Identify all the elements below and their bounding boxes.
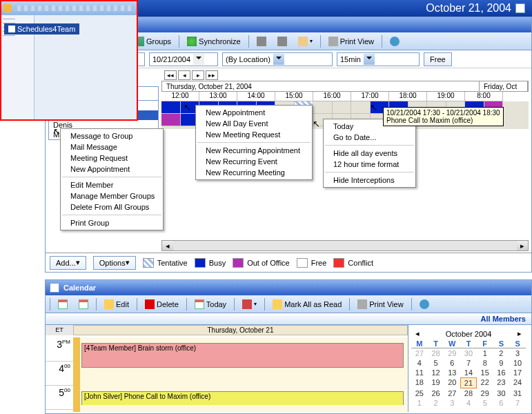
layout-dropdown[interactable]: (By Location) [222, 52, 333, 66]
mini-day[interactable]: 19 [428, 377, 444, 388]
opt3-button[interactable]: ▾ [293, 34, 317, 48]
mini-day[interactable]: 14 [460, 368, 477, 377]
member-context-menu[interactable]: Message to GroupMail MessageMeeting Requ… [60, 128, 164, 230]
mini-prev-button[interactable]: ◂ [413, 329, 422, 338]
menu-item[interactable]: New Appointment [61, 164, 163, 175]
event-phonecall[interactable]: [John Silver] Phone Call to Maxim (offic… [81, 391, 404, 405]
mini-day[interactable]: 6 [493, 398, 510, 408]
event-area[interactable]: [4Team Member] Brain storm (office) [Joh… [73, 337, 408, 412]
mini-day[interactable]: 15 [477, 368, 493, 377]
prev-page-button[interactable]: ◂◂ [164, 70, 177, 80]
cal-help-button[interactable] [415, 297, 434, 311]
add-button[interactable]: Add... ▾ [50, 256, 86, 270]
mini-day[interactable]: 5 [477, 398, 493, 408]
mini-day[interactable]: 3 [444, 398, 460, 408]
mini-day[interactable]: 13 [444, 368, 460, 377]
mini-day[interactable]: 20 [444, 377, 460, 388]
h-scrollbar[interactable]: ◂ ▸ [161, 240, 529, 251]
menu-item[interactable]: Delete From All Groups [61, 201, 163, 213]
timeline-context-menu[interactable]: New AppointmentNew All Day EventNew Meet… [195, 105, 313, 180]
cal-day-view[interactable]: ET Thursday, October 21 3PM400500 [4Team… [46, 325, 408, 412]
mini-day[interactable]: 28 [428, 348, 444, 358]
mark-read-button[interactable]: Mark All as Read [268, 297, 346, 311]
mini-next-button[interactable]: ▸ [515, 329, 524, 338]
mini-day[interactable]: 27 [444, 388, 460, 398]
interval-dropdown[interactable]: 15min [337, 52, 420, 66]
cal-print-button[interactable]: Print View [353, 297, 408, 311]
opt2-button[interactable] [273, 34, 292, 48]
next-page-button[interactable]: ▸▸ [206, 70, 218, 80]
mini-day[interactable]: 26 [428, 388, 444, 398]
help-button[interactable] [385, 34, 404, 48]
menu-item[interactable]: New All Day Event [196, 118, 312, 129]
edit-button[interactable]: Edit [99, 297, 134, 311]
mini-day[interactable]: 31 [509, 388, 526, 398]
scroll-right-button[interactable]: ▸ [517, 241, 528, 250]
mini-day[interactable]: 29 [477, 388, 493, 398]
mini-calendar[interactable]: ◂ October 2004 ▸ MTWTFSS2728293012345678… [408, 325, 529, 412]
thumb-tab-schedules4team[interactable]: Schedules4Team [4, 23, 79, 34]
delete-button[interactable]: Delete [140, 297, 184, 311]
mini-day[interactable]: 28 [460, 388, 477, 398]
mini-day[interactable]: 7 [460, 358, 477, 368]
date-context-menu[interactable]: TodayGo to Date...Hide all day events12 … [323, 119, 416, 188]
menu-item[interactable]: New Recurring Meeting [196, 167, 312, 178]
mini-day[interactable]: 1 [411, 398, 428, 408]
mini-day[interactable]: 8 [477, 358, 493, 368]
mini-day[interactable]: 23 [493, 377, 510, 388]
mini-day[interactable]: 27 [411, 348, 428, 358]
cal-view2-button[interactable] [74, 297, 93, 311]
menu-item[interactable]: Hide all day events [324, 148, 415, 159]
mini-day[interactable]: 6 [444, 358, 460, 368]
menu-item[interactable]: Meeting Request [61, 152, 163, 164]
print-button[interactable]: Print View [324, 34, 379, 48]
mini-day[interactable]: 30 [493, 388, 510, 398]
mini-day[interactable]: 21 [460, 377, 477, 388]
mini-day[interactable]: 7 [509, 398, 526, 408]
mini-day[interactable]: 12 [428, 368, 444, 377]
mini-day[interactable]: 29 [444, 348, 460, 358]
all-members-header[interactable]: All Members [46, 313, 531, 325]
prev-button[interactable]: ◂ [178, 70, 190, 80]
next-button[interactable]: ▸ [192, 70, 204, 80]
menu-item[interactable]: Print Group [61, 217, 163, 228]
opt1-button[interactable] [252, 34, 271, 48]
menu-item[interactable]: Go to Date... [324, 132, 415, 143]
mini-day[interactable]: 4 [411, 358, 428, 368]
mini-day[interactable]: 16 [493, 368, 510, 377]
mini-day[interactable]: 1 [477, 348, 493, 358]
mini-day[interactable]: 24 [509, 377, 526, 388]
menu-item[interactable]: 12 hour time format [324, 159, 415, 170]
today-button[interactable]: Today [190, 297, 231, 311]
menu-item[interactable]: New Appointment [196, 107, 312, 118]
mini-day[interactable]: 3 [509, 348, 526, 358]
mini-day[interactable]: 22 [477, 377, 493, 388]
event-brainstorm[interactable]: [4Team Member] Brain storm (office) [81, 343, 404, 368]
menu-item[interactable]: New Recurring Appointment [196, 145, 312, 156]
mini-day[interactable]: 9 [493, 358, 510, 368]
options-button[interactable]: Options ▾ [93, 256, 136, 270]
menu-item[interactable]: New Recurring Event [196, 156, 312, 167]
cal-view1-button[interactable] [53, 297, 72, 311]
mini-day[interactable]: 18 [411, 377, 428, 388]
mini-day[interactable]: 5 [428, 358, 444, 368]
mini-day[interactable]: 2 [493, 348, 510, 358]
menu-item[interactable]: Edit Member [61, 179, 163, 190]
menu-item[interactable]: Mail Message [61, 141, 163, 152]
mini-day[interactable]: 17 [509, 368, 526, 377]
menu-item[interactable]: Hide Interceptions [324, 175, 415, 186]
scroll-left-button[interactable]: ◂ [162, 241, 173, 250]
cal-flag-button[interactable]: ▾ [237, 297, 262, 311]
menu-item[interactable]: Manage Member Groups [61, 190, 163, 201]
sync-button[interactable]: Synchronize [182, 34, 246, 48]
free-button[interactable]: Free [424, 52, 452, 66]
mini-day[interactable]: 25 [411, 388, 428, 398]
mini-day[interactable]: 11 [411, 368, 428, 377]
mini-day[interactable]: 4 [460, 398, 477, 408]
menu-item[interactable]: New Meeting Request [196, 129, 312, 140]
mini-day[interactable]: 2 [428, 398, 444, 408]
date-dropdown[interactable]: 10/21/2004 [149, 52, 218, 66]
mini-day[interactable]: 10 [509, 358, 526, 368]
menu-item[interactable]: Message to Group [61, 130, 163, 141]
mini-day[interactable]: 30 [460, 348, 477, 358]
